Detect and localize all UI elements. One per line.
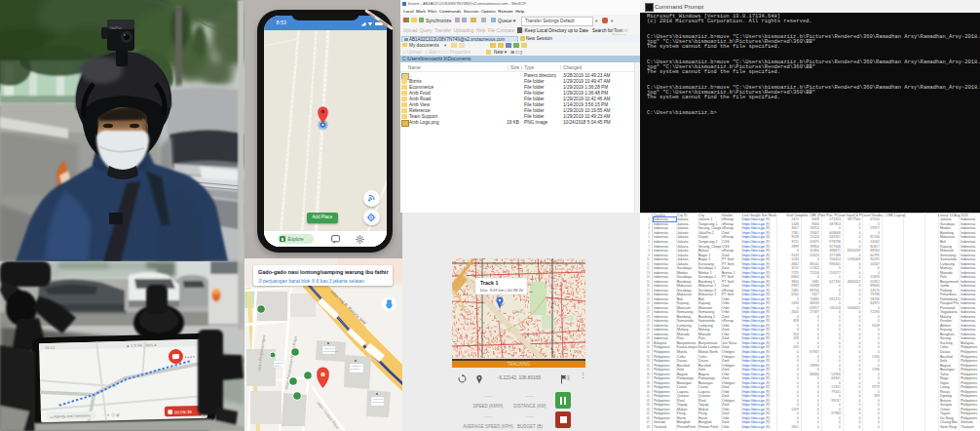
svg-text:●▲●▼: ●▲●▼ bbox=[184, 355, 195, 359]
svg-text:⋯ ☀ ⚪ ▦: ⋯ ☀ ⚪ ▦ bbox=[102, 412, 120, 417]
svg-text:Setiabudi: Setiabudi bbox=[351, 368, 360, 370]
svg-text:▲ 1 X 94.7Kb/s ●: ▲ 1 X 94.7Kb/s ● bbox=[126, 342, 157, 348]
svg-text:Taman Rasuna: Taman Rasuna bbox=[323, 350, 338, 352]
svg-text:08:43: 08:43 bbox=[45, 345, 56, 350]
svg-text:00:09:39: 00:09:39 bbox=[174, 410, 192, 414]
svg-text:Casablanca: Casablanca bbox=[372, 401, 384, 403]
svg-text:Blok M: Blok M bbox=[275, 365, 282, 367]
svg-text:Apartemen: Apartemen bbox=[372, 398, 383, 400]
svg-text:Track 1: Track 1 bbox=[480, 280, 499, 286]
svg-text:GoPro: GoPro bbox=[110, 25, 122, 30]
svg-text:Pasaraya: Pasaraya bbox=[275, 362, 284, 364]
svg-text:Apartemen: Apartemen bbox=[351, 365, 361, 367]
svg-text:Cibro: Cibro bbox=[512, 309, 522, 314]
svg-text:Dist. 3:03 km | 00:38:20: Dist. 3:03 km | 00:38:20 bbox=[480, 288, 524, 293]
svg-text:Apartemen: Apartemen bbox=[323, 347, 334, 349]
